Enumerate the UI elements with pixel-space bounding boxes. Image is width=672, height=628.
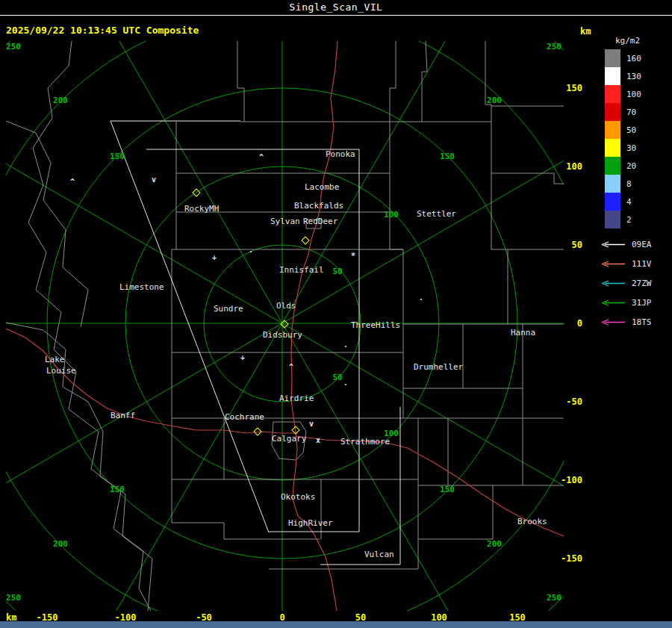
- legend-value: 30: [620, 143, 636, 153]
- radar-arrow-icon: [600, 319, 626, 326]
- scan-boundary: [111, 121, 269, 532]
- right-axis-label: 0: [556, 318, 582, 329]
- legend-color-swatch: [605, 121, 620, 139]
- county-borders-central: [172, 173, 418, 569]
- legend-value: 160: [620, 54, 641, 63]
- city-label: Hanna: [511, 329, 535, 338]
- highways: [6, 41, 564, 611]
- city-label: Didsbury: [263, 331, 302, 340]
- legend-color-swatch: [605, 175, 620, 193]
- legend-entry: 160: [605, 49, 641, 67]
- radar-site-marker: [280, 320, 288, 328]
- right-axis-label: 50: [556, 240, 582, 250]
- legend-color-swatch: [605, 49, 620, 67]
- right-axis-label: 100: [556, 161, 582, 172]
- range-ring-label: 250: [6, 594, 21, 602]
- range-ring-label: 150: [110, 485, 125, 494]
- legend-value: 130: [620, 72, 641, 81]
- scan-boundary: [320, 407, 400, 565]
- radar-id: 31JP: [632, 298, 652, 308]
- city-label: Ponoka: [326, 150, 355, 159]
- city-label: Sylvan: [270, 217, 300, 226]
- legend-color-swatch: [605, 157, 620, 175]
- point-marker: ^: [259, 154, 264, 161]
- radar-entry: 31JP: [600, 293, 652, 312]
- point-marker: +: [212, 254, 217, 261]
- radar-site-marker: [192, 188, 200, 196]
- window-title: Single_Scan_VIL: [290, 1, 383, 13]
- right-axis-label: -150: [556, 553, 582, 564]
- legend-value: 8: [620, 179, 632, 189]
- radar-site-marker: [291, 426, 299, 434]
- city-label: Strathmore: [340, 438, 390, 447]
- radar-arrow-icon: [600, 280, 626, 287]
- radar-id: 111V: [632, 259, 652, 269]
- legend-color-swatch: [605, 139, 620, 157]
- range-ring-label: 100: [384, 211, 399, 219]
- legend-entry: 2: [605, 211, 641, 228]
- highway-west: [6, 329, 296, 433]
- city-label: Sundre: [214, 305, 243, 314]
- point-marker: v: [152, 176, 156, 184]
- legend-entry: 30: [605, 139, 641, 157]
- city-label: Vulcan: [364, 550, 394, 559]
- county-borders-west: [6, 41, 152, 611]
- city-label: Olds: [276, 302, 296, 311]
- city-label: Okotoks: [281, 493, 315, 502]
- legend-entry: 70: [605, 103, 641, 121]
- point-marker: ^: [70, 178, 75, 186]
- city-label: Banff: [111, 411, 135, 420]
- range-ring-label: 100: [384, 429, 399, 438]
- legend-scale: 16013010070503020842: [605, 49, 641, 228]
- legend-entry: 4: [605, 193, 641, 211]
- map-geometry: [47, 88, 517, 559]
- legend-entry: 130: [605, 67, 641, 85]
- scan-boundary: [146, 149, 359, 532]
- radar-entry: 27ZW: [600, 273, 652, 293]
- legend-value: 50: [620, 125, 636, 135]
- radar-id: 27ZW: [632, 279, 652, 288]
- radar-id: 09EA: [632, 240, 652, 249]
- map-geometry: [73, 0, 491, 628]
- legend-value: 70: [620, 108, 636, 117]
- map-geometry: [0, 114, 644, 532]
- legend-value: 4: [620, 197, 632, 207]
- right-axis-label: -50: [556, 397, 582, 407]
- city-label: HighRiver: [288, 519, 333, 528]
- range-ring-label: 150: [110, 152, 125, 161]
- map-geometry: [73, 0, 491, 628]
- county-borders-east: [403, 173, 564, 539]
- city-label: Calgary: [272, 435, 306, 444]
- scan-timestamp: 2025/09/22 10:13:45 UTC Composite: [6, 25, 199, 36]
- city-label: Drumheller: [414, 363, 463, 372]
- radar-display[interactable]: [0, 0, 672, 628]
- city-label: Airdrie: [279, 394, 314, 403]
- county-boundaries: [6, 41, 564, 611]
- range-ring-label: 150: [440, 152, 455, 161]
- point-marker: v: [309, 420, 314, 428]
- city-label: Lacombe: [305, 183, 339, 192]
- map-geometry: [0, 114, 644, 532]
- point-marker: ·: [343, 343, 348, 351]
- legend-color-swatch: [605, 85, 620, 103]
- city-label: ThreeHills: [351, 321, 400, 330]
- legend-color-swatch: [605, 103, 620, 121]
- city-label: Louise: [46, 367, 76, 376]
- legend-units-label: kg/m2: [615, 36, 640, 46]
- bottom-scrollbar[interactable]: [0, 621, 672, 628]
- city-label: Innisfail: [279, 266, 324, 275]
- legend-value: 100: [620, 90, 641, 99]
- legend-color-swatch: [605, 211, 620, 228]
- map-geometry: [125, 167, 439, 480]
- radar-site-marker: [301, 236, 309, 244]
- radar-id: 18TS: [632, 317, 652, 327]
- legend-color-swatch: [605, 67, 620, 85]
- right-axis-label: -100: [556, 475, 582, 485]
- city-label: Blackfalds: [294, 202, 343, 211]
- radar-application-window: { "window": { "title": "Single_Scan_VIL"…: [0, 0, 672, 628]
- legend-value: 20: [620, 161, 636, 171]
- range-rings: [0, 0, 672, 628]
- km-unit-top-right: km: [580, 26, 591, 37]
- county-borders-north: [176, 41, 564, 212]
- city-label: Cochrane: [225, 413, 264, 422]
